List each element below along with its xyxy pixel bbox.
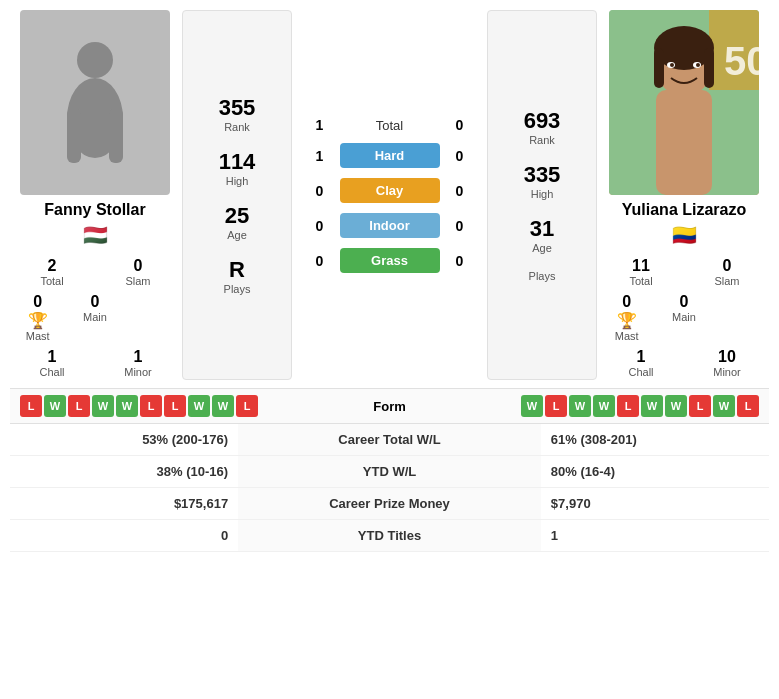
right-high-label: High (524, 188, 561, 200)
right-main-value: 0 (656, 293, 711, 311)
right-main-label: Main (656, 311, 711, 323)
svg-text:50: 50 (724, 39, 759, 83)
stats-row: 38% (10-16) YTD W/L 80% (16-4) (10, 456, 769, 488)
stats-row: 53% (200-176) Career Total W/L 61% (308-… (10, 424, 769, 456)
right-form-badges: WLWWLWWLWL (450, 395, 760, 417)
total-row: 1 Total 0 (294, 117, 485, 133)
clay-right-score: 0 (440, 183, 480, 199)
left-player-silhouette (55, 38, 135, 168)
stats-row: $175,617 Career Prize Money $7,970 (10, 488, 769, 520)
left-high-value: 114 (219, 149, 256, 175)
right-chall-label: Chall (599, 366, 683, 378)
left-mast-label: Mast (10, 330, 65, 342)
left-plays-value: R (224, 257, 251, 283)
surface-section: 1 Total 0 1 Hard 0 0 Clay 0 0 Indoor 0 0 (294, 10, 485, 380)
right-age-block: 31 Age (530, 216, 554, 254)
grass-left-score: 0 (300, 253, 340, 269)
right-mast-label: Mast (599, 330, 654, 342)
right-trophy-icon: 🏆 (599, 311, 654, 330)
form-badge-right: W (641, 395, 663, 417)
right-plays-block: Plays (529, 270, 556, 282)
stats-right-value: 1 (541, 520, 769, 552)
form-badge-right: L (737, 395, 759, 417)
svg-point-0 (77, 42, 113, 78)
right-high-value: 335 (524, 162, 561, 188)
svg-rect-8 (656, 90, 712, 195)
right-rank-label: Rank (524, 134, 561, 146)
left-total-label: Total (10, 275, 94, 287)
form-badge-left: W (188, 395, 210, 417)
right-age-label: Age (530, 242, 554, 254)
left-high-label: High (219, 175, 256, 187)
form-badge-right: L (545, 395, 567, 417)
form-section: LWLWWLLWWL Form WLWWLWWLWL (10, 388, 769, 424)
clay-row: 0 Clay 0 (294, 178, 485, 203)
right-middle-stats: 693 Rank 335 High 31 Age Plays (487, 10, 597, 380)
right-total-value: 11 (599, 257, 683, 275)
right-rank-value: 693 (524, 108, 561, 134)
left-plays-block: R Plays (224, 257, 251, 295)
left-high-block: 114 High (219, 149, 256, 187)
right-chall-cell: 1 Chall (599, 346, 683, 380)
right-player-card: 50 Yuliana Lizarazo (599, 10, 769, 380)
left-total-cell: 2 Total (10, 255, 94, 289)
stats-row-label: YTD Titles (238, 520, 541, 552)
left-main-label: Main (67, 311, 122, 323)
svg-rect-11 (704, 48, 714, 88)
right-chall-value: 1 (599, 348, 683, 366)
grass-badge: Grass (340, 248, 440, 273)
right-minor-label: Minor (685, 366, 769, 378)
grass-right-score: 0 (440, 253, 480, 269)
form-badge-left: L (140, 395, 162, 417)
right-player-name: Yuliana Lizarazo (622, 201, 746, 219)
right-total-label: Total (599, 275, 683, 287)
total-surface-label: Total (340, 118, 440, 133)
right-slam-value: 0 (685, 257, 769, 275)
left-chall-value: 1 (10, 348, 94, 366)
right-player-photo: 50 (609, 10, 759, 195)
left-main-value: 0 (67, 293, 122, 311)
left-slam-label: Slam (96, 275, 180, 287)
stats-left-value: $175,617 (10, 488, 238, 520)
right-trophy-row: 0 🏆 Mast 0 Main (599, 291, 769, 344)
stats-right-value: $7,970 (541, 488, 769, 520)
right-minor-value: 10 (685, 348, 769, 366)
clay-left-score: 0 (300, 183, 340, 199)
grass-row: 0 Grass 0 (294, 248, 485, 273)
svg-rect-10 (654, 48, 664, 88)
hard-row: 1 Hard 0 (294, 143, 485, 168)
form-badge-right: L (689, 395, 711, 417)
left-player-flag: 🇭🇺 (83, 223, 108, 247)
right-minor-cell: 10 Minor (685, 346, 769, 380)
right-high-block: 335 High (524, 162, 561, 200)
right-mast-value: 0 (599, 293, 654, 311)
form-badge-right: L (617, 395, 639, 417)
svg-point-14 (670, 63, 674, 67)
left-rank-value: 355 (219, 95, 256, 121)
left-minor-label: Minor (96, 366, 180, 378)
left-chall-label: Chall (10, 366, 94, 378)
stats-row-label: YTD W/L (238, 456, 541, 488)
stats-left-value: 38% (10-16) (10, 456, 238, 488)
form-badge-left: L (236, 395, 258, 417)
stats-row-label: Career Total W/L (238, 424, 541, 456)
stats-left-value: 0 (10, 520, 238, 552)
left-slam-value: 0 (96, 257, 180, 275)
form-badge-right: W (521, 395, 543, 417)
svg-point-15 (696, 63, 700, 67)
main-container: Fanny Stollar 🇭🇺 2 Total 0 Slam 0 🏆 Mast (0, 0, 779, 562)
left-player-stats: 2 Total 0 Slam (10, 255, 180, 289)
left-rank-label: Rank (219, 121, 256, 133)
indoor-right-score: 0 (440, 218, 480, 234)
right-main-cell: 0 Main (656, 291, 711, 344)
right-player-image: 50 (609, 10, 759, 195)
right-player-flag: 🇨🇴 (672, 223, 697, 247)
stats-row: 0 YTD Titles 1 (10, 520, 769, 552)
left-player-photo (20, 10, 170, 195)
left-total-value: 2 (10, 257, 94, 275)
left-age-label: Age (225, 229, 249, 241)
right-mast-cell: 0 🏆 Mast (599, 291, 654, 344)
left-minor-value: 1 (96, 348, 180, 366)
left-age-block: 25 Age (225, 203, 249, 241)
form-badge-right: W (665, 395, 687, 417)
